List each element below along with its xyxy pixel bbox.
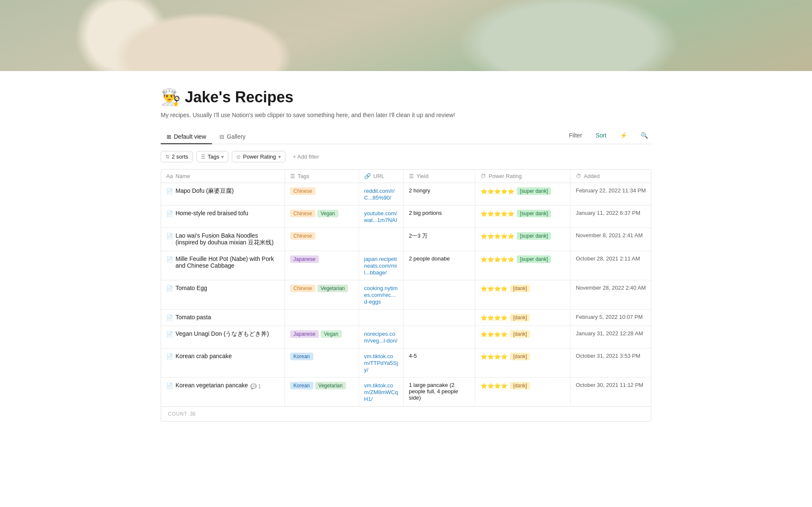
rating-stars: ⭐⭐⭐⭐ (480, 383, 508, 389)
cell-rating-3: ⭐⭐⭐⭐⭐[super dank] (475, 251, 571, 280)
table-row[interactable]: 📄Vegan Unagi Don (うなぎもどき丼)JapaneseVegann… (161, 326, 651, 348)
recipe-url[interactable]: youtube.com/wat...1m7NAI (364, 210, 397, 223)
hero-banner (0, 0, 812, 71)
cell-added-5: February 5, 2022 10:07 PM (571, 310, 651, 326)
tag-chinese[interactable]: Chinese (290, 232, 315, 240)
recipe-name: Mille Feuille Hot Pot (Nabe) with Pork a… (176, 255, 280, 269)
table-row[interactable]: 📄Mapo Dofu (麻婆豆腐)Chinesereddit.com/r/C..… (161, 183, 651, 206)
table-row[interactable]: 📄Lao wai's Fusion Baka Noodles (inspired… (161, 228, 651, 251)
tags-label: Tags (208, 153, 219, 160)
cell-added-0: February 22, 2022 11:34 PM (571, 183, 651, 206)
rating-label: [super dank] (517, 187, 551, 195)
cell-url-3[interactable]: japan.recipetineats.com/mil...bbage/ (359, 251, 403, 280)
cell-url-6[interactable]: norecipes.com/veg...l-don/ (359, 326, 403, 348)
page-description: My recipes. Usually I'll use Notion's we… (161, 111, 651, 120)
tag-vegan[interactable]: Vegan (321, 330, 342, 338)
cell-yield-2: 2一3 万 (403, 228, 475, 251)
tag-chinese[interactable]: Chinese (290, 285, 315, 292)
filter-button[interactable]: Filter (565, 130, 585, 140)
rating-stars: ⭐⭐⭐⭐⭐ (480, 233, 514, 239)
table-row[interactable]: 📄Korean crab pancakeKoreanvm.tiktok.com/… (161, 348, 651, 378)
tag-vegetarian[interactable]: Vegetarian (317, 285, 348, 292)
recipe-url[interactable]: reddit.com/r/C...85%90/ (364, 188, 395, 201)
table-row[interactable]: 📄Home-style red braised tofuChineseVegan… (161, 206, 651, 228)
cell-name-5: 📄Tomato pasta (161, 310, 285, 326)
cell-rating-0: ⭐⭐⭐⭐⭐[super dank] (475, 183, 571, 206)
col-url[interactable]: 🔗 URL (359, 170, 403, 183)
tag-chinese[interactable]: Chinese (290, 210, 315, 217)
tag-chinese[interactable]: Chinese (290, 187, 315, 195)
cell-url-4[interactable]: cooking.nytimes.com/rec...d-eggs (359, 280, 403, 310)
col-power-rating[interactable]: ⏱ Power Rating (475, 170, 571, 183)
table-row[interactable]: 📄Korean vegetarian pancake💬 1KoreanVeget… (161, 378, 651, 407)
cell-rating-8: ⭐⭐⭐⭐[dank] (475, 378, 571, 407)
col-added[interactable]: ⏱ Added (571, 170, 651, 183)
tab-gallery[interactable]: ⊟ Gallery (214, 130, 251, 144)
sort-button[interactable]: Sort (592, 130, 610, 140)
recipe-name: Home-style red braised tofu (176, 210, 248, 217)
rating-label: [dank] (510, 382, 530, 389)
search-button[interactable]: 🔍 (637, 130, 651, 140)
tag-japanese[interactable]: Japanese (290, 330, 319, 338)
cell-yield-8: 1 large pancake (2 people full, 4 people… (403, 378, 475, 407)
sort-icon: ⇅ (165, 154, 170, 160)
comment-count: 💬 1 (250, 384, 261, 389)
tag-japanese[interactable]: Japanese (290, 255, 319, 263)
page-doc-icon: 📄 (166, 354, 173, 360)
col-name[interactable]: Aa Name (161, 170, 285, 183)
recipe-url[interactable]: vm.tiktok.com/TTPdYa5Sjy/ (364, 353, 398, 373)
add-filter-button[interactable]: + Add filter (289, 151, 324, 162)
cell-url-8[interactable]: vm.tiktok.com/ZM8mWCqH1/ (359, 378, 403, 407)
cell-yield-1: 2 big portions (403, 206, 475, 228)
added-col-icon: ⏱ (576, 173, 581, 179)
col-yield[interactable]: ☰ Yield (403, 170, 475, 183)
cell-yield-0: 2 hongry (403, 183, 475, 206)
tab-default-view[interactable]: ⊞ Default view (161, 130, 212, 144)
count-label: COUNT (168, 411, 187, 417)
cell-rating-5: ⭐⭐⭐⭐[dank] (475, 310, 571, 326)
cell-tags-0: Chinese (285, 183, 359, 206)
page-doc-icon: 📄 (166, 315, 173, 321)
cell-rating-1: ⭐⭐⭐⭐⭐[super dank] (475, 206, 571, 228)
page-doc-icon: 📄 (166, 233, 173, 239)
table-row[interactable]: 📄Tomato EggChineseVegetariancooking.nyti… (161, 280, 651, 310)
power-rating-filter-chip[interactable]: ⊙ Power Rating ▾ (232, 151, 285, 162)
url-col-icon: 🔗 (364, 173, 371, 179)
sorts-chip[interactable]: ⇅ 2 sorts (161, 151, 193, 162)
cell-added-6: January 31, 2022 12:28 AM (571, 326, 651, 348)
page-doc-icon: 📄 (166, 285, 173, 292)
cell-url-0[interactable]: reddit.com/r/C...85%90/ (359, 183, 403, 206)
recipe-url[interactable]: japan.recipetineats.com/mil...bbage/ (364, 256, 397, 276)
cell-yield-4 (403, 280, 475, 310)
tag-korean[interactable]: Korean (290, 353, 313, 360)
cell-tags-3: Japanese (285, 251, 359, 280)
table-row[interactable]: 📄Mille Feuille Hot Pot (Nabe) with Pork … (161, 251, 651, 280)
tags-filter-chip[interactable]: ☰ Tags ▾ (196, 151, 228, 162)
rating-label: [super dank] (517, 210, 551, 217)
recipe-url[interactable]: vm.tiktok.com/ZM8mWCqH1/ (364, 382, 398, 402)
recipe-name: Lao wai's Fusion Baka Noodles (inspired … (176, 232, 280, 247)
tag-korean[interactable]: Korean (290, 382, 313, 389)
page-doc-icon: 📄 (166, 188, 173, 195)
tag-vegan[interactable]: Vegan (317, 210, 338, 217)
yield-col-label: Yield (417, 173, 428, 179)
cell-name-6: 📄Vegan Unagi Don (うなぎもどき丼) (161, 326, 285, 348)
tag-vegetarian[interactable]: Vegetarian (315, 382, 346, 389)
cell-tags-1: ChineseVegan (285, 206, 359, 228)
cell-url-5[interactable] (359, 310, 403, 326)
page-doc-icon: 📄 (166, 211, 173, 217)
lightning-button[interactable]: ⚡ (617, 130, 631, 140)
cell-url-1[interactable]: youtube.com/wat...1m7NAI (359, 206, 403, 228)
table-row[interactable]: 📄Tomato pasta⭐⭐⭐⭐[dank]February 5, 2022 … (161, 310, 651, 326)
page-container: 👨‍🍳 Jake's Recipes My recipes. Usually I… (110, 71, 702, 447)
col-tags[interactable]: ☰ Tags (285, 170, 359, 183)
cell-tags-2: Chinese (285, 228, 359, 251)
recipe-url[interactable]: cooking.nytimes.com/rec...d-eggs (364, 285, 398, 305)
cell-rating-2: ⭐⭐⭐⭐⭐[super dank] (475, 228, 571, 251)
yield-col-icon: ☰ (409, 173, 414, 179)
recipe-url[interactable]: norecipes.com/veg...l-don/ (364, 331, 398, 344)
cell-url-7[interactable]: vm.tiktok.com/TTPdYa5Sjy/ (359, 348, 403, 378)
cell-url-2[interactable] (359, 228, 403, 251)
chevron-down-icon-2: ▾ (278, 154, 281, 160)
cell-tags-4: ChineseVegetarian (285, 280, 359, 310)
